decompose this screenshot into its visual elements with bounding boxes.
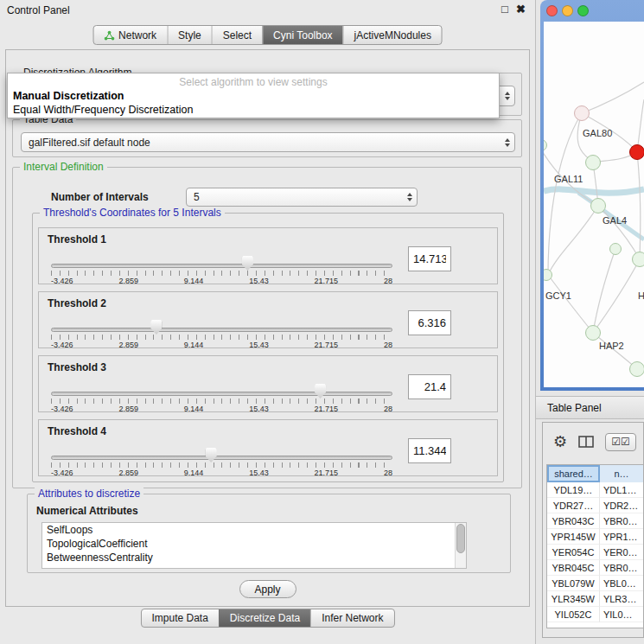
cell[interactable]: YER0… [600,545,644,560]
threshold-1-slider[interactable]: -3.426 2.859 9.144 15.43 21.715 28 [51,259,392,285]
cell[interactable]: YBR0… [600,560,644,576]
scale-label: 28 [384,341,392,349]
slider-thumb[interactable] [315,384,326,399]
scale-label: 21.715 [315,341,339,349]
tab-cyni-toolbox[interactable]: Cyni Toolbox [262,26,342,44]
cell[interactable]: YPR145W [547,529,600,545]
scale-label: -3.426 [51,341,73,349]
graph-node[interactable] [609,243,622,255]
slider-track[interactable] [51,328,392,332]
list-scrollbar[interactable] [455,523,466,568]
cell[interactable]: YBR043C [547,513,600,529]
scale-label: 2.859 [118,277,138,285]
graph-node[interactable] [632,252,644,267]
table-panel-title: Table Panel [547,402,602,414]
tab-label: Network [118,29,156,41]
cell[interactable]: YBR0… [600,513,644,529]
graph-node[interactable] [574,105,590,121]
table-data-combo[interactable]: galFiltered.sif default node [21,132,515,152]
scale-label: 15.43 [249,405,269,413]
table-row[interactable]: YER054CYER0… [547,545,644,560]
slider-thumb[interactable] [242,256,253,271]
graph-node[interactable] [585,325,601,341]
table-row[interactable]: YPR145WYPR1… [547,529,644,545]
slider-track[interactable] [51,392,392,396]
cell[interactable]: YBR045C [547,560,600,576]
table-row[interactable]: YBL079WYBL0… [547,576,644,591]
float-icon[interactable]: □ [501,3,508,16]
cell[interactable]: YER054C [547,545,600,560]
cell[interactable]: YDL1… [600,482,644,498]
num-intervals-combo[interactable]: 5 [186,188,418,207]
graph-node-selected-red[interactable] [629,144,644,160]
cell[interactable]: YBL0… [600,576,644,591]
column-header-name[interactable]: n… [600,465,644,482]
cell[interactable]: YBL079W [547,576,600,591]
cell[interactable]: YIL0… [600,607,644,622]
graph-node[interactable] [629,361,644,377]
tab-select[interactable]: Select [212,26,262,44]
cell[interactable]: YIL052C [547,607,600,622]
list-item[interactable]: TopologicalCoefficient [42,537,466,551]
cell[interactable]: YLR345W [547,591,600,607]
tab-label: Discretize Data [230,612,300,624]
cell[interactable]: YDR2… [600,498,644,513]
node-label: GCY1 [545,290,571,301]
control-panel-window: Control Panel □ ✖ Network Style Select C… [0,0,536,644]
scale-label: 9.144 [184,277,204,285]
node-label: GAL4 [603,215,627,226]
zoom-traffic-light[interactable] [577,5,589,16]
threshold-2-value-input[interactable] [408,310,451,335]
panel-title: Control Panel [7,4,70,16]
close-traffic-light[interactable] [546,5,558,16]
dropdown-item-manual-discretization[interactable]: Manual Discretization [8,89,499,103]
slider-thumb[interactable] [150,320,162,335]
list-item[interactable]: SelfLoops [42,523,466,537]
dropdown-item-equal-width-frequency[interactable]: Equal Width/Frequency Discretization [8,103,499,117]
attributes-listbox: SelfLoops TopologicalCoefficient Between… [41,522,467,569]
graph-node[interactable] [585,155,601,170]
algorithm-dropdown-popup: Select algorithm to view settings Manual… [7,73,500,118]
table-row[interactable]: YDR27…YDR2… [547,498,644,513]
minimize-traffic-light[interactable] [562,5,573,16]
slider-track[interactable] [51,456,392,460]
column-header-shared-name[interactable]: shared… [547,465,600,482]
table-row[interactable]: YBR043CYBR0… [547,513,644,529]
list-item[interactable]: BetweennessCentrality [42,551,466,564]
close-icon[interactable]: ✖ [516,3,526,16]
apply-label: Apply [254,583,280,596]
threshold-3-value-input[interactable] [408,374,451,399]
slider-thumb[interactable] [206,448,217,462]
network-canvas[interactable]: GAL80 GAL11 GAL4 GCY1 HAP2 H [544,22,644,387]
tab-style[interactable]: Style [167,26,212,44]
tab-jactivemnodules[interactable]: jActiveMNodules [343,26,442,44]
scale-label: 21.715 [315,469,339,477]
slider-track[interactable] [51,264,392,268]
scale-label: -3.426 [51,277,73,285]
tab-label: jActiveMNodules [354,29,431,41]
cell[interactable]: YPR1… [600,529,644,545]
tab-network[interactable]: Network [93,26,167,44]
graph-node[interactable] [590,198,606,214]
threshold-4-slider[interactable]: -3.426 2.859 9.144 15.43 21.715 28 [51,451,392,477]
table-row[interactable]: YLR345WYLR3… [547,591,644,607]
select-columns-button[interactable]: ☑☑ [605,433,636,451]
cell[interactable]: YLR3… [600,591,644,607]
table-row[interactable]: YBR045CYBR0… [547,560,644,576]
table-row[interactable]: YDL19…YDL1… [547,482,644,498]
cell[interactable]: YDL19… [547,482,600,498]
threshold-4-value-input[interactable] [408,438,451,463]
threshold-1-value-input[interactable] [408,246,451,271]
cell[interactable]: YDR27… [547,498,600,513]
slider-scale: -3.426 2.859 9.144 15.43 21.715 28 [51,405,392,413]
apply-button[interactable]: Apply [239,580,296,598]
threshold-2-slider[interactable]: -3.426 2.859 9.144 15.43 21.715 28 [51,323,392,349]
scrollbar-thumb[interactable] [456,524,465,553]
tab-infer-network[interactable]: Infer Network [310,609,393,627]
table-row[interactable]: YIL052CYIL0… [547,607,644,622]
threshold-3-slider[interactable]: -3.426 2.859 9.144 15.43 21.715 28 [51,387,392,413]
tab-discretize-data[interactable]: Discretize Data [219,609,310,627]
tab-impute-data[interactable]: Impute Data [141,609,218,627]
gear-icon[interactable]: ⚙ [553,434,567,450]
columns-icon[interactable] [578,436,594,448]
